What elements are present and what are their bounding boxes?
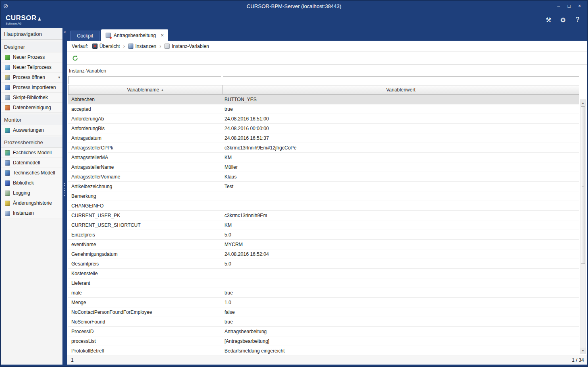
variable-name-cell: processList bbox=[68, 336, 222, 346]
scrollbar-thumb[interactable] bbox=[581, 106, 585, 264]
column-label: Variablenname bbox=[127, 87, 159, 93]
sidebar-section-title: Prozessbereiche bbox=[1, 137, 62, 148]
table-row[interactable]: NoSeniorFoundtrue bbox=[68, 317, 579, 327]
variable-name-cell: CHANGEINFO bbox=[68, 201, 222, 210]
table-row[interactable]: NoContactPersonFoundForEmployeefalse bbox=[68, 307, 579, 317]
table-title: Instanz-Variablen bbox=[68, 67, 579, 76]
scroll-up-icon[interactable]: ▲ bbox=[580, 100, 586, 106]
sidebar-item-label: Instanzen bbox=[13, 210, 34, 216]
variablenwert-filter-input[interactable] bbox=[223, 76, 579, 84]
variable-name-cell: Antragsdatum bbox=[68, 133, 222, 143]
table-row[interactable]: Gesamtpreis5.0 bbox=[68, 259, 579, 269]
table-row[interactable]: CURRENT_USER_PKc3krmc13rlnnih9Em bbox=[68, 211, 579, 220]
sidebar-splitter[interactable]: « bbox=[62, 28, 67, 365]
tools-icon[interactable]: ⚒ bbox=[544, 16, 553, 24]
table-row[interactable]: Antragsdatum24.08.2016 16:51:37 bbox=[68, 133, 579, 143]
table-row[interactable]: AntragsstellerNameMüller bbox=[68, 162, 579, 172]
splitter-grip-icon[interactable] bbox=[64, 183, 65, 197]
sidebar-item-skript-bibliothek[interactable]: Skript-Bibliothek bbox=[1, 93, 62, 103]
table-row[interactable]: Menge1.0 bbox=[68, 298, 579, 307]
maximize-button[interactable]: □ bbox=[565, 2, 573, 10]
brand-subtitle: Software AG bbox=[6, 22, 41, 25]
table-row[interactable]: ArtikelbezeichnungTest bbox=[68, 182, 579, 191]
filter-row bbox=[68, 76, 579, 84]
sidebar-item-datenbereinigung[interactable]: Datenbereinigung bbox=[1, 103, 62, 113]
sidebar-item-technisches-modell[interactable]: Technisches Modell bbox=[1, 168, 62, 178]
help-icon[interactable]: ? bbox=[573, 16, 582, 24]
variable-value-cell: Antragsbearbeitung bbox=[222, 327, 579, 336]
table-row[interactable]: Bemerkung bbox=[68, 191, 579, 201]
sidebar-item-neuer-prozess[interactable]: Neuer Prozess bbox=[1, 52, 62, 62]
app-window: ⊘ CURSOR-BPM-Server (localhost:38443) – … bbox=[0, 0, 588, 367]
breadcrumb-item-label: Instanzen bbox=[135, 44, 156, 49]
collapse-sidebar-icon[interactable]: « bbox=[62, 30, 67, 34]
sidebar-item-prozess-ffnen[interactable]: Prozess öffnen▾ bbox=[1, 73, 62, 83]
variable-value-cell: Bedarfsmeldung eingereicht bbox=[222, 346, 579, 355]
sidebar-item-prozess-importieren[interactable]: Prozess importieren bbox=[1, 83, 62, 93]
table-row[interactable]: AntragsstellerMAKM bbox=[68, 153, 579, 162]
table-row[interactable]: AnforderungBis24.08.2016 00:00:00 bbox=[68, 124, 579, 133]
variable-value-cell: MYCRM bbox=[222, 240, 579, 249]
sidebar-item-label: Skript-Bibliothek bbox=[13, 95, 48, 100]
variable-name-cell: ProcessID bbox=[68, 327, 222, 336]
sidebar-item-nderungshistorie[interactable]: Änderungshistorie bbox=[1, 198, 62, 208]
column-header-variablenname[interactable]: Variablenname ▲ bbox=[69, 85, 223, 94]
table-row[interactable]: ProtokollBetreffBedarfsmeldung eingereic… bbox=[68, 346, 579, 355]
table-row[interactable]: CHANGEINFO bbox=[68, 201, 579, 211]
tab-antragsbearbeitung[interactable]: Antragsbearbeitung × bbox=[101, 29, 168, 41]
table-row[interactable]: ProcessIDAntragsbearbeitung bbox=[68, 327, 579, 336]
variable-name-cell: CURRENT_USER_PK bbox=[68, 211, 222, 220]
sidebar-item-auswertungen[interactable]: Auswertungen bbox=[1, 125, 62, 135]
sidebar-item-fachliches-modell[interactable]: Fachliches Modell bbox=[1, 148, 62, 158]
refresh-button[interactable] bbox=[71, 54, 79, 62]
table-row[interactable]: AntragsstellerVornameKlaus bbox=[68, 172, 579, 182]
table-row[interactable]: acceptedtrue bbox=[68, 104, 579, 114]
variable-value-cell: Klaus bbox=[222, 172, 579, 181]
sidebar-item-label: Auswertungen bbox=[13, 127, 44, 133]
variable-name-cell: Artikelbezeichnung bbox=[68, 182, 222, 191]
table-row[interactable]: AntragsstellerCPPkc3krmc13rlnnih9Em#12jf… bbox=[68, 143, 579, 153]
table-row[interactable]: AnforderungAb24.08.2016 16:51:00 bbox=[68, 114, 579, 124]
tab-cockpit[interactable]: Cockpit bbox=[70, 31, 100, 41]
column-header-variablenwert[interactable]: Variablenwert bbox=[223, 85, 579, 94]
sidebar-item-datenmodell[interactable]: Datenmodell bbox=[1, 158, 62, 168]
deploy-icon[interactable]: ⚙ bbox=[559, 16, 567, 24]
data-cleanup-icon bbox=[5, 105, 10, 110]
sidebar-item-neuer-teilprozess[interactable]: Neuer Teilprozess bbox=[1, 62, 62, 73]
table-row[interactable]: eventNameMYCRM bbox=[68, 240, 579, 249]
variable-name-cell: AnforderungAb bbox=[68, 114, 222, 123]
variablenname-filter-input[interactable] bbox=[68, 76, 221, 84]
sidebar-item-logging[interactable]: Logging bbox=[1, 188, 62, 198]
breadcrumb-item-instanz-variablen[interactable]: Instanz-Variablen bbox=[164, 44, 209, 49]
table-row[interactable]: CURRENT_USER_SHORTCUTKM bbox=[68, 220, 579, 230]
breadcrumb-item-instanzen[interactable]: Instanzen bbox=[128, 44, 156, 49]
brand-name: CURSOR bbox=[6, 15, 37, 21]
table-row[interactable]: Genehmigungsdatum24.08.2016 16:52:04 bbox=[68, 249, 579, 259]
sidebar-title: Hauptnavigation bbox=[4, 31, 42, 37]
close-button[interactable]: × bbox=[575, 2, 584, 10]
variable-value-cell: false bbox=[222, 307, 579, 317]
scroll-down-icon[interactable]: ▼ bbox=[580, 348, 586, 354]
sidebar-item-label: Datenmodell bbox=[13, 160, 40, 166]
variable-value-cell bbox=[222, 191, 579, 201]
table-row[interactable]: AbbrechenBUTTON_YES bbox=[68, 95, 579, 104]
breadcrumb-item-uebersicht[interactable]: Übersicht bbox=[92, 44, 120, 49]
minimize-button[interactable]: – bbox=[554, 2, 563, 10]
sidebar-header: Hauptnavigation bbox=[1, 28, 62, 40]
dropdown-arrow-icon[interactable]: ▾ bbox=[58, 75, 60, 79]
variable-name-cell: AntragsstellerCPPk bbox=[68, 143, 222, 152]
table-row[interactable]: processList[Antragsbearbeitung] bbox=[68, 336, 579, 346]
variable-name-cell: Genehmigungsdatum bbox=[68, 249, 222, 259]
table-row[interactable]: maletrue bbox=[68, 288, 579, 298]
process-tab-icon bbox=[106, 33, 111, 38]
close-tab-icon[interactable]: × bbox=[161, 32, 164, 38]
sidebar-item-bibliothek[interactable]: Bibliothek bbox=[1, 178, 62, 188]
vertical-scrollbar[interactable]: ▲ ▼ bbox=[580, 100, 586, 354]
variable-name-cell: ProtokollBetreff bbox=[68, 346, 222, 355]
table-row[interactable]: Kostenstelle bbox=[68, 269, 579, 278]
table-row[interactable]: Einzelpreis5.0 bbox=[68, 230, 579, 240]
import-process-icon bbox=[5, 85, 10, 90]
table-row[interactable]: Lieferant bbox=[68, 278, 579, 288]
sidebar-item-instanzen[interactable]: Instanzen bbox=[1, 208, 62, 218]
tab-label: Antragsbearbeitung bbox=[114, 33, 156, 38]
